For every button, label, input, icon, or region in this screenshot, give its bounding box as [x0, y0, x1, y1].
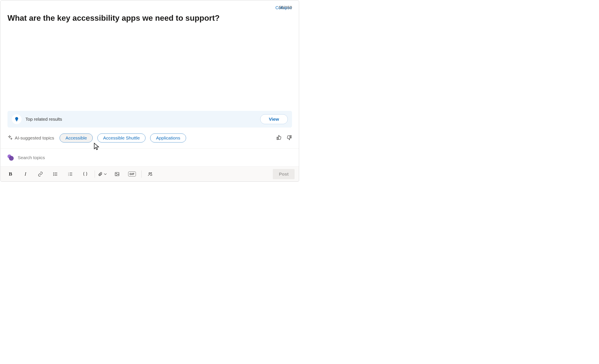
chevron-down-icon — [103, 172, 108, 177]
bullet-list-button[interactable] — [50, 169, 61, 179]
chip-accessible-shuttle[interactable]: Accessible Shuttle — [97, 133, 146, 142]
code-button[interactable] — [80, 169, 91, 179]
bold-button[interactable]: B — [5, 169, 16, 179]
top-row: Collapse — [8, 5, 292, 10]
post-button[interactable]: Post — [273, 169, 295, 179]
svg-point-5 — [53, 175, 54, 176]
feedback-buttons — [276, 135, 292, 141]
praise-people-button[interactable] — [145, 169, 156, 179]
svg-point-14 — [149, 172, 150, 174]
view-button[interactable]: View — [260, 114, 288, 124]
chip-accessible[interactable]: Accessible — [60, 133, 92, 142]
search-topics-row — [1, 149, 299, 166]
svg-text:3: 3 — [68, 175, 69, 176]
svg-point-13 — [116, 173, 117, 174]
sparkle-icon — [8, 135, 13, 141]
svg-point-4 — [53, 174, 54, 174]
viva-topics-icon — [8, 154, 14, 161]
ai-suggested-row: AI-suggested topics Accessible Accessibl… — [8, 133, 292, 149]
related-results-label: Top related results — [26, 117, 256, 122]
format-toolbar: B I 123 GIF Post — [1, 166, 299, 181]
toolbar-divider-2 — [141, 170, 142, 178]
gif-button[interactable]: GIF — [126, 169, 138, 179]
svg-rect-12 — [115, 172, 119, 176]
italic-button[interactable]: I — [20, 169, 31, 179]
ai-label-group: AI-suggested topics — [8, 135, 54, 141]
related-results-bar: Top related results View — [8, 111, 292, 127]
search-topics-input[interactable] — [18, 155, 292, 160]
link-button[interactable] — [35, 169, 46, 179]
ai-suggested-label: AI-suggested topics — [15, 135, 54, 141]
numbered-list-button[interactable]: 123 — [65, 169, 76, 179]
thumbs-up-icon[interactable] — [276, 135, 282, 141]
char-counter: 56/150 — [279, 5, 292, 10]
topic-chips: Accessible Accessible Shuttle Applicatio… — [60, 133, 186, 142]
compose-card: Collapse What are the key accessibility … — [0, 0, 299, 182]
lightbulb-icon — [12, 114, 22, 124]
title-row: What are the key accessibility apps we n… — [8, 14, 292, 23]
attach-button[interactable] — [98, 172, 108, 177]
toolbar-divider-1 — [95, 170, 95, 178]
thumbs-down-icon[interactable] — [286, 135, 292, 141]
question-title[interactable]: What are the key accessibility apps we n… — [8, 14, 274, 23]
svg-point-3 — [53, 173, 54, 173]
top-area: Collapse What are the key accessibility … — [1, 1, 299, 149]
svg-point-15 — [151, 172, 152, 173]
gif-label: GIF — [128, 171, 136, 177]
image-button[interactable] — [112, 169, 123, 179]
chip-applications[interactable]: Applications — [150, 133, 186, 142]
paperclip-icon — [98, 172, 103, 177]
